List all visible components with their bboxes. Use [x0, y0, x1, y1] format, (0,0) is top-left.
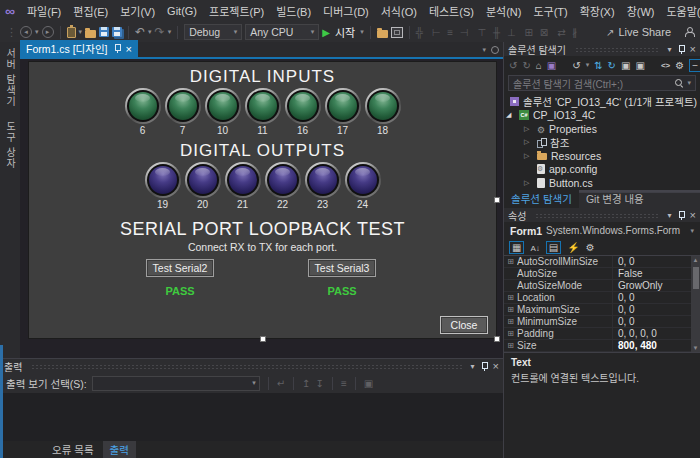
test-serial2-button[interactable]: Test Serial2 [146, 259, 214, 277]
menu-git[interactable]: Git(G) [161, 5, 203, 17]
start-debug-label[interactable]: 시작 [335, 24, 355, 40]
solution-platform-dropdown[interactable]: Any CPU [245, 24, 319, 40]
git-changes-tab[interactable]: Git 변경 내용 [579, 190, 651, 208]
sync-with-active-document-icon[interactable] [594, 60, 602, 71]
tree-row-appconfig[interactable]: app.config [504, 163, 700, 177]
resize-handle-bottom[interactable] [260, 336, 266, 342]
start-dropdown-icon[interactable] [360, 28, 364, 36]
drag-area[interactable] [575, 47, 659, 52]
input-led[interactable]: 11 [244, 88, 282, 136]
output-led[interactable]: 21 [224, 162, 262, 210]
close-panel-icon[interactable] [690, 209, 696, 221]
output-led[interactable]: 20 [184, 162, 222, 210]
expand-icon[interactable] [504, 293, 517, 302]
new-project-icon[interactable] [67, 27, 76, 38]
output-source-dropdown[interactable] [92, 376, 260, 391]
expand-icon[interactable] [504, 317, 517, 326]
menu-build[interactable]: 빌드(B) [270, 3, 317, 19]
close-button[interactable]: Close [440, 316, 488, 334]
window-position-dropdown-icon[interactable] [471, 362, 475, 371]
open-file-icon[interactable] [85, 30, 96, 38]
search-options-dropdown-icon[interactable] [687, 79, 691, 87]
tree-row-solution[interactable]: 솔루션 'CP_IO13_4C' (1/1개 프로젝트) [504, 95, 700, 109]
scroll-down-icon[interactable]: ▼ [693, 345, 699, 351]
input-led[interactable]: 17 [324, 88, 362, 136]
redo-dropdown-icon[interactable] [168, 28, 172, 36]
expand-icon[interactable] [504, 305, 517, 314]
error-list-tab[interactable]: 오류 목록 [45, 441, 101, 458]
property-pages-icon[interactable] [586, 242, 595, 253]
drag-area[interactable] [31, 364, 461, 369]
add-item-icon[interactable] [377, 30, 388, 38]
expand-icon[interactable] [504, 257, 517, 266]
solution-explorer-tab[interactable]: 솔루션 탐색기 [504, 190, 579, 208]
close-panel-icon[interactable] [690, 43, 696, 55]
menu-edit[interactable]: 편집(E) [67, 3, 114, 19]
expander-open-icon[interactable] [506, 111, 515, 119]
show-all-files-icon[interactable] [635, 60, 644, 71]
resize-handle-right[interactable] [494, 197, 500, 203]
drag-area[interactable] [535, 213, 658, 218]
designer-canvas[interactable]: DIGITAL INPUTS 6 7 10 11 16 17 18 DIGITA… [20, 59, 503, 358]
next-message-icon[interactable] [316, 378, 324, 389]
solution-explorer-header[interactable]: 솔루션 탐색기 [504, 42, 700, 56]
scrollbar-thumb[interactable] [693, 267, 699, 289]
float-icon[interactable] [491, 46, 499, 54]
property-row[interactable]: Location0, 0 [504, 292, 700, 304]
output-content[interactable] [0, 393, 503, 441]
test-serial3-button[interactable]: Test Serial3 [308, 259, 376, 277]
tree-row-project[interactable]: C#CP_IO13_4C [504, 109, 700, 123]
output-led[interactable]: 24 [344, 162, 382, 210]
output-panel-header[interactable]: 출력 [0, 359, 503, 373]
properties-header[interactable]: 속성 [504, 208, 700, 222]
menu-format[interactable]: 서식(O) [375, 3, 423, 19]
output-led[interactable]: 23 [304, 162, 342, 210]
properties-view-icon[interactable] [546, 241, 561, 254]
input-led[interactable]: 7 [164, 88, 202, 136]
tree-row-references[interactable]: 참조 [504, 136, 700, 150]
menu-test[interactable]: 테스트(S) [423, 3, 480, 19]
property-row[interactable]: AutoScrollMinSize0, 0 [504, 256, 700, 268]
property-row[interactable]: Padding0, 0, 0, 0 [504, 328, 700, 340]
back-icon[interactable] [509, 60, 517, 71]
pin-icon[interactable] [480, 362, 488, 371]
server-explorer-tab[interactable]: 서버 탐색기 [3, 48, 18, 107]
switch-views-icon[interactable] [547, 60, 556, 71]
window-position-dropdown-icon[interactable] [668, 211, 672, 220]
close-panel-icon[interactable] [493, 360, 499, 372]
property-row[interactable]: MaximumSize0, 0 [504, 304, 700, 316]
input-led[interactable]: 10 [204, 88, 242, 136]
menu-analyze[interactable]: 분석(N) [480, 3, 528, 19]
solution-config-dropdown[interactable]: Debug [184, 24, 242, 40]
input-led[interactable]: 16 [284, 88, 322, 136]
alphabetical-icon[interactable] [530, 242, 539, 253]
word-wrap-icon[interactable] [364, 378, 373, 389]
tree-row-buttoncs[interactable]: Button.cs [504, 176, 700, 190]
expand-icon[interactable] [504, 341, 517, 350]
output-led[interactable]: 19 [144, 162, 182, 210]
previous-message-icon[interactable] [302, 378, 310, 389]
view-code-icon[interactable] [661, 61, 670, 70]
pin-icon[interactable] [677, 45, 685, 54]
object-selector-dropdown[interactable]: Form1 System.Windows.Forms.Form [504, 222, 700, 239]
expander-closed-icon[interactable] [524, 138, 533, 146]
undo-dropdown-icon[interactable] [148, 28, 152, 36]
events-icon[interactable] [567, 242, 579, 253]
navigate-back-icon[interactable] [20, 26, 32, 38]
new-dropdown-icon[interactable] [79, 28, 83, 36]
menu-help[interactable]: 도움말(H) [660, 3, 700, 19]
pin-icon[interactable] [677, 211, 685, 220]
menu-tools[interactable]: 도구(T) [527, 3, 573, 19]
tree-row-properties[interactable]: Properties [504, 122, 700, 136]
menu-extensions[interactable]: 확장(X) [574, 3, 621, 19]
output-tab[interactable]: 출력 [103, 441, 136, 458]
expand-icon[interactable] [504, 329, 517, 338]
output-led[interactable]: 22 [264, 162, 302, 210]
resize-handle-corner[interactable] [494, 336, 500, 342]
redo-icon[interactable] [155, 26, 165, 38]
form1-design-surface[interactable]: DIGITAL INPUTS 6 7 10 11 16 17 18 DIGITA… [28, 61, 497, 339]
refresh-icon[interactable] [608, 60, 616, 71]
toolbox-tab[interactable]: 도구 상자 [3, 121, 18, 169]
preview-selected-items-icon[interactable] [689, 59, 700, 72]
property-row[interactable]: Size800, 480 [504, 340, 700, 352]
